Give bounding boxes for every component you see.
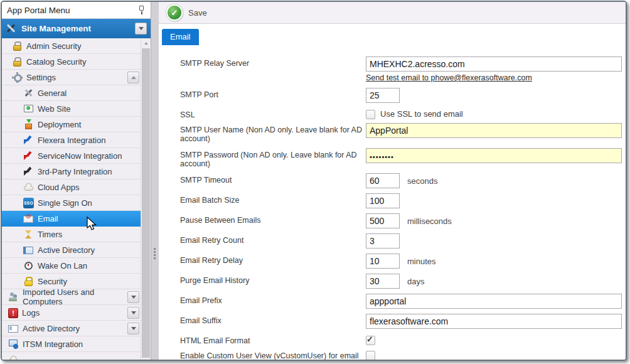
sidebar-item-wake-on-lan[interactable]: Wake On Lan	[2, 258, 141, 274]
sidebar-item-active-directory[interactable]: Active Directory	[2, 321, 141, 336]
send-test-email-link[interactable]: Send test email to phowe@flexerasoftware…	[366, 73, 532, 82]
sidebar-item-servicenow-integration[interactable]: ServiceNow Integration	[2, 148, 141, 164]
sidebar-item-partial[interactable]	[2, 352, 141, 360]
sidebar-item-cloud-apps[interactable]: Cloud Apps	[2, 179, 141, 195]
sidebar: App Portal Menu Site Management Admin Se…	[2, 2, 151, 360]
form-row: Purge Email Historydays	[180, 274, 626, 289]
sidebar-item-timers[interactable]: Timers	[2, 227, 141, 242]
expander-down[interactable]	[127, 323, 139, 335]
field-label: SMTP Port	[180, 88, 366, 99]
smtp-timeout-input[interactable]	[366, 173, 400, 188]
sidebar-item-label: Imported Users and Computers	[23, 287, 127, 306]
email-prefix-input[interactable]	[366, 294, 622, 309]
checkbox-label: Use SSL to send email	[380, 108, 463, 119]
field-label: Email Suffix	[180, 314, 366, 325]
sidebar-item-itsm-integration[interactable]: ITSM Integration	[2, 336, 141, 352]
form-row: Email Suffix	[180, 314, 626, 329]
form-row: Enable Custom User View (vCustomUser) fo…	[180, 349, 626, 360]
panel-splitter[interactable]	[151, 2, 159, 360]
sidebar-item-logs[interactable]: Logs	[2, 305, 141, 321]
field-label: Purge Email History	[180, 274, 366, 285]
tools-gray-icon	[23, 88, 34, 99]
sidebar-item-label: Admin Security	[26, 41, 81, 51]
email-batch-size-input[interactable]	[366, 193, 400, 208]
sidebar-item-label: Cloud Apps	[38, 183, 80, 192]
website-icon	[23, 104, 34, 114]
unit-label: seconds	[407, 173, 437, 186]
main-panel: Save Email SMTP Relay ServerSend test em…	[159, 2, 626, 360]
pause-between-emails-input[interactable]	[366, 213, 400, 228]
sidebar-item-label: Settings	[26, 73, 56, 82]
sidebar-item-flexera-integration[interactable]: Flexera Integration	[2, 132, 141, 148]
expander-down[interactable]	[127, 307, 139, 319]
purge-email-history-input[interactable]	[366, 274, 400, 289]
sidebar-item-catalog-security[interactable]: Catalog Security	[2, 54, 141, 70]
import-black-icon	[23, 166, 34, 177]
sidebar-item-label: Flexera Integration	[38, 136, 105, 145]
expander-down[interactable]	[127, 291, 139, 303]
sidebar-item-active-directory[interactable]: Active Directory	[2, 242, 141, 258]
sidebar-item-deployment[interactable]: Deployment	[2, 117, 141, 132]
smtp-user-name-non-ad-only-leave-blank-for-ad-account-input[interactable]	[366, 123, 622, 138]
logs-icon	[8, 308, 18, 318]
ssl-checkbox[interactable]	[366, 110, 375, 119]
users-icon	[8, 292, 19, 302]
smtp-port-input[interactable]	[366, 88, 400, 103]
form-row: SMTP User Name (Non AD only. Leave blank…	[180, 123, 626, 143]
unit-label: days	[407, 274, 424, 286]
field-label: SMTP Relay Server	[180, 56, 366, 68]
sidebar-item-settings[interactable]: Settings	[2, 70, 141, 85]
email-retry-count-input[interactable]	[366, 233, 400, 249]
sidebar-header-label: Site Management	[21, 24, 91, 33]
form-row: HTML Email Format	[180, 334, 626, 345]
sidebar-header-site-management[interactable]: Site Management	[2, 19, 151, 38]
tools-icon	[6, 23, 16, 34]
hourglass-icon	[23, 229, 34, 240]
email-retry-delay-input[interactable]	[366, 254, 400, 269]
sidebar-item-admin-security[interactable]: Admin Security	[2, 38, 141, 54]
chevron-down-icon	[139, 27, 144, 30]
itsm-icon	[8, 339, 19, 350]
sidebar-item-label: 3rd-Party Integration	[38, 167, 112, 176]
sidebar-item-web-site[interactable]: Web Site	[2, 101, 141, 117]
sidebar-item-label: Wake On Lan	[38, 261, 87, 270]
email-suffix-input[interactable]	[366, 314, 622, 329]
cloud-icon	[23, 182, 34, 193]
sidebar-item-3rd-party-integration[interactable]: 3rd-Party Integration	[2, 164, 141, 179]
scroll-up-button[interactable]	[141, 38, 151, 48]
pin-icon[interactable]	[137, 5, 146, 15]
unit-label: minutes	[407, 254, 436, 266]
unit-label: milliseconds	[407, 213, 452, 226]
form-row: Email Prefix	[180, 294, 626, 309]
tab-email[interactable]: Email	[162, 29, 199, 45]
chevron-down-icon	[131, 311, 136, 314]
form-row: Email Retry Count	[180, 233, 626, 249]
enable-custom-user-view-vcustomuser-for-email-variables-checkbox[interactable]	[366, 351, 375, 360]
field-label: Enable Custom User View (vCustomUser) fo…	[180, 349, 366, 360]
smtp-relay-server-input[interactable]	[366, 56, 622, 72]
field-label: SSL	[180, 108, 366, 119]
sidebar-menu: Admin SecurityCatalog SecuritySettingsGe…	[2, 38, 141, 360]
form-row: SMTP Timeoutseconds	[180, 173, 626, 188]
sidebar-item-label: ITSM Integration	[23, 340, 83, 349]
sidebar-item-email[interactable]: Email	[2, 211, 141, 227]
scrollbar-thumb[interactable]	[142, 48, 150, 358]
expander-up[interactable]	[127, 72, 139, 83]
sso-icon	[23, 198, 34, 208]
sidebar-item-imported-users-and-computers[interactable]: Imported Users and Computers	[2, 289, 141, 305]
form-row: SMTP Password (Non AD only. Leave blank …	[180, 148, 626, 168]
form-row: Pause Between Emailsmilliseconds	[180, 213, 626, 228]
sidebar-item-general[interactable]: General	[2, 85, 141, 101]
chevron-up-icon	[144, 42, 148, 45]
form-row: SSLUse SSL to send email	[180, 108, 626, 119]
email-form: SMTP Relay ServerSend test email to phow…	[159, 45, 626, 360]
smtp-password-non-ad-only-leave-blank-for-ad-account-input[interactable]	[366, 148, 622, 163]
html-email-format-checkbox[interactable]	[366, 336, 375, 345]
sidebar-item-label: Active Directory	[38, 245, 95, 255]
save-button[interactable]: Save	[166, 4, 207, 21]
collapse-section-button[interactable]	[135, 23, 147, 35]
sidebar-item-single-sign-on[interactable]: Single Sign On	[2, 195, 141, 211]
chevron-up-icon	[131, 76, 136, 79]
app-window: App Portal Menu Site Management Admin Se…	[1, 1, 627, 361]
sidebar-scrollbar[interactable]	[141, 38, 151, 360]
